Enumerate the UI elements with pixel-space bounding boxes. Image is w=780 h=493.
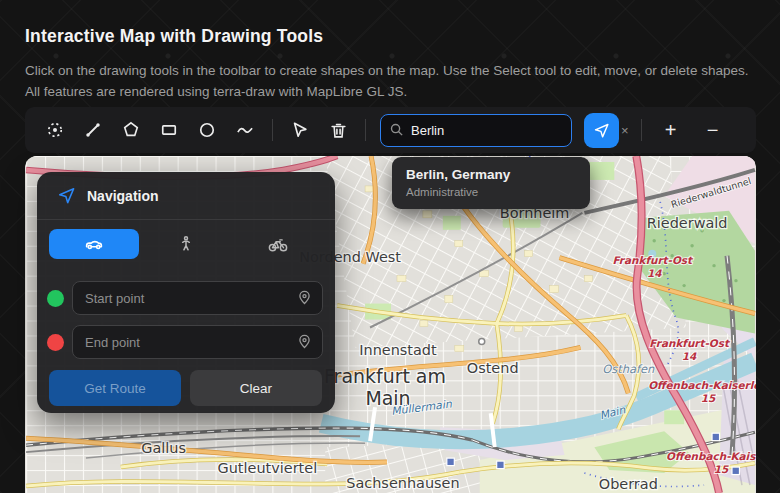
freehand-icon (235, 120, 255, 140)
rectangle-tool-button[interactable] (155, 116, 183, 144)
line-tool-button[interactable] (79, 116, 107, 144)
polygon-tool-button[interactable] (117, 116, 145, 144)
navigation-panel: Navigation (37, 172, 335, 413)
cursor-icon (290, 120, 310, 140)
panel-title: Navigation (87, 188, 159, 204)
map-label: Gutleutviertel (218, 460, 318, 476)
navigation-toggle-button[interactable] (584, 113, 619, 148)
mode-walk-tab[interactable] (141, 229, 231, 259)
start-point-dot (47, 290, 64, 307)
map-label: 14 (682, 350, 697, 362)
get-route-button[interactable]: Get Route (49, 370, 181, 406)
toolbar-divider (272, 119, 273, 141)
freehand-tool-button[interactable] (231, 116, 259, 144)
mode-bicycle-tab[interactable] (233, 229, 323, 259)
map-label: Offenbach-Kaiserlei (666, 450, 756, 462)
suggestion-title: Berlin, Germany (406, 167, 576, 182)
send-icon (57, 186, 76, 205)
map-label: Innenstadt (359, 342, 437, 358)
zoom-out-button[interactable]: − (699, 116, 727, 144)
clear-button[interactable]: Clear (190, 370, 322, 406)
map-label: Osthafen (602, 362, 655, 376)
walk-icon (176, 234, 196, 254)
page-description: Click on the drawing tools in the toolba… (25, 60, 760, 102)
search-input[interactable] (380, 114, 572, 147)
circle-tool-button[interactable] (193, 116, 221, 144)
select-tool-button[interactable] (286, 116, 314, 144)
map-label: Gallus (141, 440, 186, 456)
map-label: Frankfurt-Ost (612, 254, 694, 266)
toolbar-divider (365, 119, 366, 141)
rectangle-icon (159, 120, 179, 140)
line-icon (83, 120, 103, 140)
map-label: Ostend (467, 360, 519, 376)
drawing-toolbar: × + − (25, 107, 756, 153)
toolbar-divider (641, 119, 642, 141)
send-icon (593, 122, 610, 139)
point-icon (45, 120, 65, 140)
map-label: Oberrad (599, 476, 658, 492)
map-label: 15 (701, 392, 716, 404)
trash-icon (329, 121, 348, 140)
zoom-in-button[interactable]: + (657, 116, 685, 144)
map-label: Riederwald (647, 215, 728, 231)
map-label: Frankfurt am (324, 365, 446, 387)
search-suggestion-item[interactable]: Berlin, Germany Administrative (392, 157, 590, 209)
delete-tool-button[interactable] (324, 116, 352, 144)
car-icon (83, 233, 105, 255)
mode-car-tab[interactable] (49, 229, 139, 259)
point-tool-button[interactable] (41, 116, 69, 144)
map-label: Frankfurt-Ost (649, 337, 731, 349)
suggestion-subtitle: Administrative (406, 186, 576, 198)
page-title: Interactive Map with Drawing Tools (25, 26, 760, 47)
end-point-input[interactable] (72, 325, 323, 359)
end-point-dot (47, 334, 64, 351)
circle-icon (197, 120, 217, 140)
map-label: Sachsenhausen (346, 475, 459, 491)
close-icon[interactable]: × (621, 123, 629, 138)
map-label: Offenbach-Kaiserlei (648, 379, 756, 391)
page-header: Interactive Map with Drawing Tools Click… (25, 26, 760, 102)
map-label: 14 (647, 267, 662, 279)
map-label: 15 (714, 463, 729, 475)
start-point-input[interactable] (72, 281, 323, 315)
polygon-icon (121, 120, 141, 140)
bicycle-icon (267, 233, 289, 255)
